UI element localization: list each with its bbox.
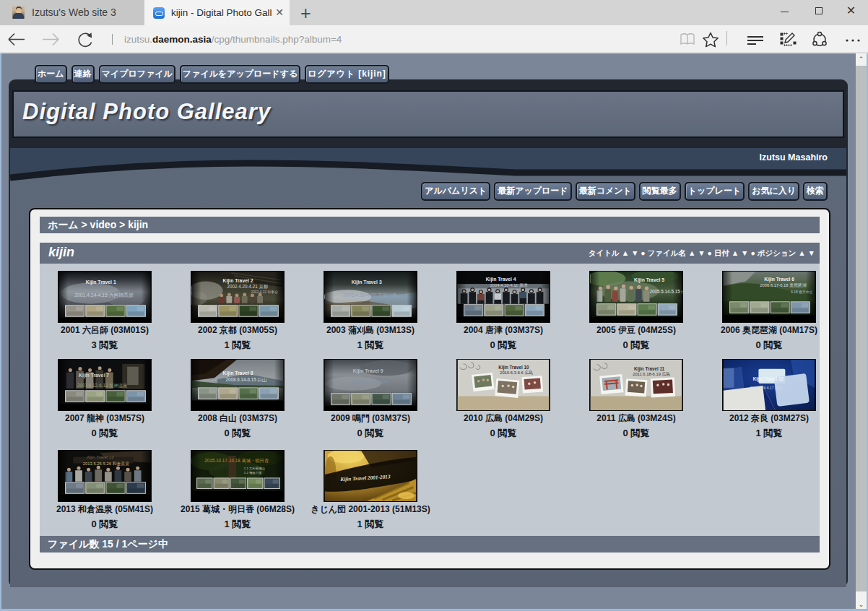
svg-text:2003.4.26-4.27 下蒲刈島: 2003.4.26-4.27 下蒲刈島 <box>343 292 397 298</box>
svg-text:2007.6.12-6.13 龍神温泉: 2007.6.12-6.13 龍神温泉 <box>77 383 127 389</box>
svg-text:Kijin Travel 2: Kijin Travel 2 <box>223 278 253 284</box>
svg-text:2002.4.22 幹事会: 2002.4.22 幹事会 <box>251 290 278 294</box>
svg-text:2004.4.10-4.11 唐津: 2004.4.10-4.11 唐津 <box>490 283 528 288</box>
svg-text:Kijin Travel 10: Kijin Travel 10 <box>498 365 529 370</box>
svg-text:1.1 大和葛城山: 1.1 大和葛城山 <box>244 467 265 470</box>
svg-text:2001.4.14-4.15 六呂師高原: 2001.4.14-4.15 六呂師高原 <box>74 292 134 298</box>
svg-text:2006.6.17-6.18 奥琵琶湖: 2006.6.17-6.18 奥琵琶湖 <box>760 282 806 288</box>
svg-text:Kijin Travel 8: Kijin Travel 8 <box>223 370 253 376</box>
svg-text:2002.4.20-4.21 京都: 2002.4.20-4.21 京都 <box>227 284 268 290</box>
svg-text:Kijin Travel 5: Kijin Travel 5 <box>634 277 664 283</box>
svg-text:2011.6.18-6.19 広島: 2011.6.18-6.19 広島 <box>633 371 670 376</box>
svg-text:Kijin Travel 3: Kijin Travel 3 <box>352 280 382 285</box>
svg-text:Kijin Travel 11: Kijin Travel 11 <box>634 366 664 372</box>
svg-text:2008.6.14-6.15 白山: 2008.6.14-6.15 白山 <box>225 377 266 383</box>
svg-text:6.18 雨天中止: 6.18 雨天中止 <box>791 290 812 294</box>
svg-text:Kijin Travel 4: Kijin Travel 4 <box>486 277 516 282</box>
svg-text:Kijin Travel 6: Kijin Travel 6 <box>764 277 794 282</box>
svg-text:2005.5.14-5.15 伊豆: 2005.5.14-5.15 伊豆 <box>649 289 683 294</box>
svg-text:2012.6.16-6.17 奈良: 2012.6.16-6.17 奈良 <box>750 386 782 390</box>
svg-text:Kijin Travel 7: Kijin Travel 7 <box>79 373 109 378</box>
svg-text:Kijin Travel 9: Kijin Travel 9 <box>353 368 383 374</box>
svg-text:Kijin Travel 1: Kijin Travel 1 <box>86 280 116 285</box>
svg-text:2009.6.6-6.7 鳴門: 2009.6.6-6.7 鳴門 <box>350 380 389 385</box>
svg-text:2015.10.17-10.18 葛城・明日香: 2015.10.17-10.18 葛城・明日香 <box>204 458 269 464</box>
svg-text:2010.6.3-6.6 広島: 2010.6.3-6.6 広島 <box>500 370 533 375</box>
svg-text:Kijin Travel 12: Kijin Travel 12 <box>753 376 784 382</box>
svg-text:1.2 飛鳥の里: 1.2 飛鳥の里 <box>244 471 262 474</box>
